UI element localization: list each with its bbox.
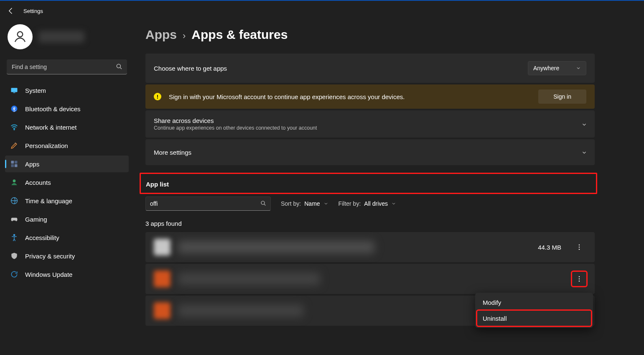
shield-icon <box>10 252 18 260</box>
sidebar-item-label: Gaming <box>25 216 47 223</box>
window-title: Settings <box>23 8 43 14</box>
app-source-dropdown[interactable]: Anywhere <box>528 61 586 75</box>
sidebar-item-label: Windows Update <box>25 271 72 278</box>
menu-item-modify[interactable]: Modify <box>477 294 591 310</box>
sidebar-item-gaming[interactable]: Gaming <box>5 211 129 227</box>
app-list-filters: Sort by: Name Filter by: All drives <box>145 197 595 211</box>
sidebar-item-bluetooth[interactable]: Bluetooth & devices <box>5 100 129 117</box>
main-content: Apps › Apps & features Choose where to g… <box>134 21 644 355</box>
account-header[interactable] <box>5 21 129 59</box>
share-subtitle: Continue app experiences on other device… <box>154 125 317 131</box>
sort-label: Sort by: <box>281 200 301 207</box>
warning-icon: ! <box>154 93 161 100</box>
sidebar-item-label: Time & language <box>25 197 72 204</box>
svg-point-14 <box>579 245 580 245</box>
sidebar-item-label: System <box>25 87 46 94</box>
app-size: 44.3 MB <box>538 244 561 251</box>
breadcrumb: Apps › Apps & features <box>145 26 595 42</box>
sidebar-item-accounts[interactable]: Accounts <box>5 174 129 191</box>
signin-banner: ! Sign in with your Microsoft account to… <box>145 84 595 109</box>
sidebar-item-time-language[interactable]: Time & language <box>5 192 129 209</box>
app-row[interactable]: 44.3 MB <box>145 232 595 262</box>
accessibility-icon <box>10 233 18 242</box>
gamepad-icon <box>10 215 18 223</box>
svg-rect-7 <box>15 161 18 164</box>
page-heading: Apps & features <box>191 28 288 42</box>
sidebar-item-apps[interactable]: Apps <box>5 156 129 172</box>
app-source-label: Choose where to get apps <box>154 65 227 72</box>
signin-button[interactable]: Sign in <box>538 89 586 104</box>
svg-point-19 <box>579 281 580 281</box>
chevron-down-icon <box>391 201 396 206</box>
more-settings-label: More settings <box>154 149 191 156</box>
more-options-button[interactable] <box>572 240 586 254</box>
sort-dropdown[interactable]: Sort by: Name <box>281 200 328 207</box>
avatar <box>8 24 33 49</box>
context-menu: Modify Uninstall <box>475 293 593 328</box>
brush-icon <box>10 141 18 150</box>
chevron-down-icon <box>581 150 586 155</box>
app-search-input[interactable] <box>145 197 271 211</box>
svg-rect-2 <box>11 88 18 92</box>
sidebar-item-windows-update[interactable]: Windows Update <box>5 266 129 283</box>
wifi-icon <box>10 123 18 131</box>
filter-label: Filter by: <box>339 200 361 207</box>
account-name-redacted <box>38 31 84 43</box>
breadcrumb-parent[interactable]: Apps <box>145 28 177 42</box>
sidebar-item-label: Network & internet <box>25 124 76 131</box>
sidebar-item-label: Bluetooth & devices <box>25 105 81 112</box>
search-input[interactable] <box>7 59 127 74</box>
svg-rect-3 <box>13 92 15 93</box>
app-icon-redacted <box>154 271 171 287</box>
svg-point-1 <box>117 64 120 68</box>
update-icon <box>10 270 18 278</box>
dropdown-value: Anywhere <box>533 65 559 72</box>
sidebar-item-network[interactable]: Network & internet <box>5 119 129 135</box>
menu-item-uninstall[interactable]: Uninstall <box>477 310 591 326</box>
sidebar-item-personalization[interactable]: Personalization <box>5 137 129 154</box>
app-icon-redacted <box>154 239 171 255</box>
share-devices-panel[interactable]: Share across devices Continue app experi… <box>145 110 595 138</box>
bluetooth-icon <box>10 105 18 113</box>
svg-point-13 <box>261 201 265 204</box>
svg-rect-6 <box>11 161 14 164</box>
svg-rect-8 <box>11 164 14 167</box>
sidebar: System Bluetooth & devices Network & int… <box>0 21 134 355</box>
banner-text: Sign in with your Microsoft account to c… <box>169 93 531 100</box>
app-row[interactable] <box>145 264 595 294</box>
filter-value: All drives <box>364 200 388 207</box>
svg-point-18 <box>579 278 580 279</box>
chevron-right-icon: › <box>183 31 186 41</box>
settings-search <box>7 59 127 74</box>
chevron-down-icon <box>581 122 586 127</box>
svg-point-16 <box>579 249 580 250</box>
svg-point-5 <box>14 129 15 130</box>
sidebar-item-accessibility[interactable]: Accessibility <box>5 229 129 246</box>
more-settings-panel[interactable]: More settings <box>145 139 595 165</box>
svg-point-0 <box>18 32 23 37</box>
sidebar-item-system[interactable]: System <box>5 82 129 99</box>
svg-point-15 <box>579 247 580 248</box>
sidebar-item-privacy[interactable]: Privacy & security <box>5 248 129 264</box>
app-name-redacted <box>178 273 320 285</box>
more-options-button[interactable] <box>572 272 586 286</box>
sidebar-item-label: Accounts <box>25 179 51 186</box>
svg-rect-9 <box>15 164 18 167</box>
svg-point-17 <box>579 276 580 277</box>
share-title: Share across devices <box>154 117 317 124</box>
sidebar-item-label: Accessibility <box>25 234 59 241</box>
back-icon[interactable] <box>7 7 15 15</box>
chevron-down-icon <box>576 66 581 71</box>
app-source-panel: Choose where to get apps Anywhere <box>145 54 595 83</box>
svg-point-4 <box>11 106 18 112</box>
filter-dropdown[interactable]: Filter by: All drives <box>339 200 396 207</box>
app-icon-redacted <box>154 302 171 319</box>
apps-icon <box>10 160 18 168</box>
display-icon <box>10 86 18 94</box>
svg-point-12 <box>13 235 15 236</box>
sort-value: Name <box>304 200 320 207</box>
app-name-redacted <box>178 304 303 317</box>
results-count: 3 apps found <box>145 220 595 227</box>
nav-list: System Bluetooth & devices Network & int… <box>5 82 129 283</box>
svg-point-10 <box>13 179 16 182</box>
